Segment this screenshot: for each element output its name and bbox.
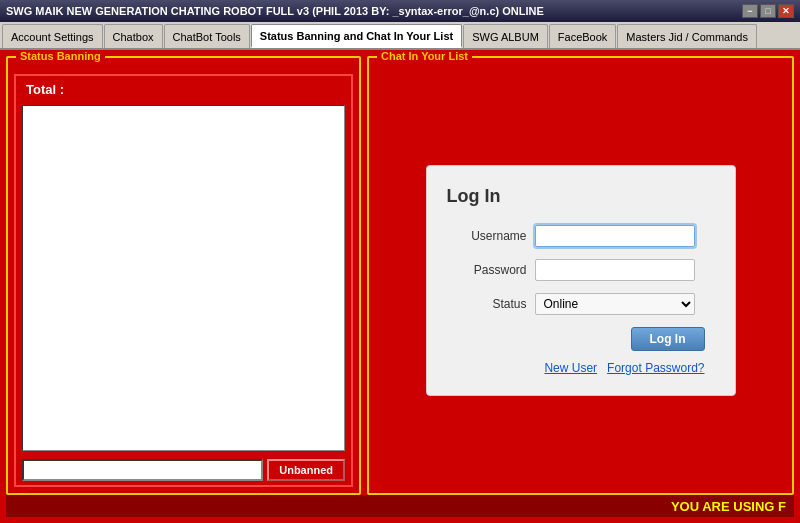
login-btn-row: Log In: [447, 327, 705, 351]
password-row: Password: [447, 259, 705, 281]
username-label: Username: [447, 229, 527, 243]
status-label: Status: [447, 297, 527, 311]
login-container: Log In Username Password Status Online: [369, 68, 792, 493]
main-content: Status Banning Total : Unbanned Chat In …: [0, 50, 800, 523]
status-row: Status Online Away Busy Offline: [447, 293, 705, 315]
minimize-button[interactable]: −: [742, 4, 758, 18]
status-bar-text: YOU ARE USING F: [671, 499, 786, 514]
password-input[interactable]: [535, 259, 695, 281]
login-title: Log In: [447, 186, 705, 207]
title-bar: SWG MAIK NEW GENERATION CHATING ROBOT FU…: [0, 0, 800, 22]
status-banning-list: [22, 105, 345, 451]
links-row: New User Forgot Password?: [447, 361, 705, 375]
banning-input[interactable]: [22, 459, 263, 481]
new-user-link[interactable]: New User: [544, 361, 597, 375]
chat-your-list-label: Chat In Your List: [377, 50, 472, 62]
total-label: Total :: [16, 76, 351, 101]
maximize-button[interactable]: □: [760, 4, 776, 18]
status-select[interactable]: Online Away Busy Offline: [535, 293, 695, 315]
panels-row: Status Banning Total : Unbanned Chat In …: [6, 56, 794, 495]
tab-account-settings[interactable]: Account Settings: [2, 24, 103, 48]
tab-swg-album[interactable]: SWG ALBUM: [463, 24, 548, 48]
status-banning-panel: Status Banning Total : Unbanned: [6, 56, 361, 495]
status-banning-inner: Total : Unbanned: [14, 74, 353, 487]
tab-facebook[interactable]: FaceBook: [549, 24, 617, 48]
window-controls: − □ ✕: [742, 4, 794, 18]
bottom-row: Unbanned: [16, 455, 351, 485]
tab-chatbox[interactable]: Chatbox: [104, 24, 163, 48]
username-row: Username: [447, 225, 705, 247]
password-label: Password: [447, 263, 527, 277]
login-box: Log In Username Password Status Online: [426, 165, 736, 396]
tab-chatbot-tools[interactable]: ChatBot Tools: [164, 24, 250, 48]
chat-your-list-panel: Chat In Your List Log In Username Passwo…: [367, 56, 794, 495]
tab-status-banning[interactable]: Status Banning and Chat In Your List: [251, 24, 462, 48]
status-bar: YOU ARE USING F: [6, 495, 794, 517]
tab-masters-jid[interactable]: Masters Jid / Commands: [617, 24, 757, 48]
unbanned-button[interactable]: Unbanned: [267, 459, 345, 481]
login-button[interactable]: Log In: [631, 327, 705, 351]
close-button[interactable]: ✕: [778, 4, 794, 18]
tab-bar: Account Settings Chatbox ChatBot Tools S…: [0, 22, 800, 50]
forgot-password-link[interactable]: Forgot Password?: [607, 361, 704, 375]
window-title: SWG MAIK NEW GENERATION CHATING ROBOT FU…: [6, 5, 742, 17]
status-banning-label: Status Banning: [16, 50, 105, 62]
username-input[interactable]: [535, 225, 695, 247]
